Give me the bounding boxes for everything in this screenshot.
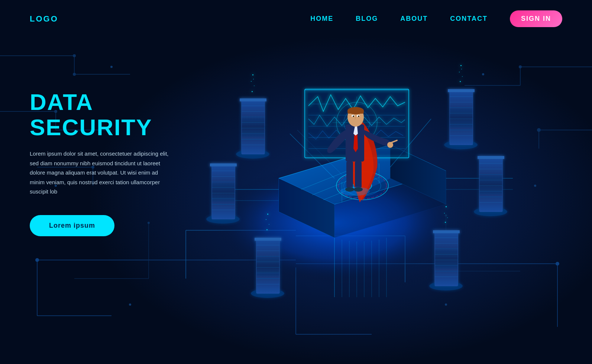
nav-home[interactable]: HOME <box>310 15 333 23</box>
hero-text-area: DATA SECURITY Lorem ipsum dolor sit amet… <box>30 60 208 236</box>
nav-about[interactable]: ABOUT <box>400 15 428 23</box>
nav-blog[interactable]: BLOG <box>356 15 378 23</box>
nav-logo[interactable]: LOGO <box>30 14 58 24</box>
navbar: LOGO HOME BLOG ABOUT CONTACT SIGN IN <box>0 0 592 38</box>
hero-section: DATA SECURITY Lorem ipsum dolor sit amet… <box>0 38 592 364</box>
nav-links: HOME BLOG ABOUT CONTACT SIGN IN <box>310 10 562 27</box>
hero-title: DATA SECURITY <box>30 90 208 140</box>
hero-cta-button[interactable]: Lorem ipsum <box>30 215 114 236</box>
nav-contact[interactable]: CONTACT <box>450 15 488 23</box>
signin-button[interactable]: SIGN IN <box>510 10 562 27</box>
hero-description: Lorem ipsum dolor sit amet, consectetuer… <box>30 149 171 196</box>
